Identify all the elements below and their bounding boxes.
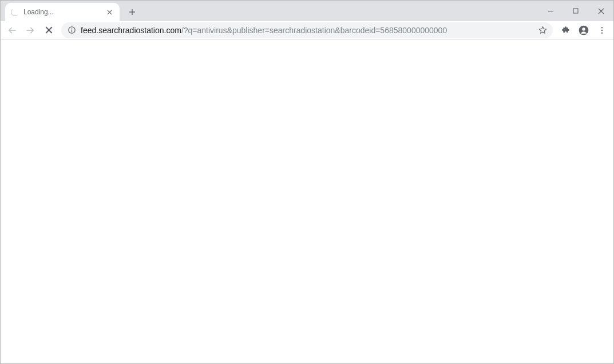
browser-tab[interactable]: Loading... <box>5 3 120 21</box>
page-viewport <box>1 39 613 363</box>
svg-point-12 <box>71 28 72 29</box>
arrow-left-icon <box>7 25 17 35</box>
extensions-button[interactable] <box>557 22 573 38</box>
tab-title: Loading... <box>23 8 100 16</box>
maximize-window-button[interactable] <box>563 1 588 21</box>
new-tab-button[interactable] <box>124 4 140 20</box>
tab-strip: Loading... <box>1 1 613 21</box>
minimize-icon <box>548 8 554 14</box>
avatar-icon <box>578 25 589 36</box>
forward-button[interactable] <box>22 22 38 38</box>
svg-point-15 <box>601 27 603 28</box>
window-controls <box>538 1 613 21</box>
svg-point-16 <box>601 29 603 30</box>
menu-button[interactable] <box>594 22 610 38</box>
address-bar[interactable]: feed.searchradiostation.com/?q=antivirus… <box>61 22 553 38</box>
bookmark-button[interactable] <box>537 25 548 36</box>
svg-point-17 <box>601 32 603 33</box>
stop-icon <box>45 26 53 34</box>
close-icon <box>598 8 604 14</box>
close-tab-button[interactable] <box>105 7 114 17</box>
close-window-button[interactable] <box>588 1 613 21</box>
kebab-icon <box>597 26 607 35</box>
url-path: /?q=antivirus&publisher=searchradiostati… <box>181 26 447 35</box>
close-icon <box>107 10 112 15</box>
minimize-window-button[interactable] <box>538 1 563 21</box>
maximize-icon <box>573 8 579 14</box>
puzzle-icon <box>561 25 571 35</box>
profile-button[interactable] <box>576 22 592 38</box>
info-icon <box>68 26 76 34</box>
stop-reload-button[interactable] <box>41 22 57 38</box>
site-info-button[interactable] <box>67 26 76 35</box>
url-host: feed.searchradiostation.com <box>81 26 181 35</box>
loading-spinner-icon <box>11 8 19 16</box>
arrow-right-icon <box>25 25 35 35</box>
back-button[interactable] <box>4 22 20 38</box>
plus-icon <box>129 9 136 15</box>
browser-toolbar: feed.searchradiostation.com/?q=antivirus… <box>1 21 613 39</box>
svg-point-14 <box>582 27 585 30</box>
svg-rect-5 <box>573 9 578 13</box>
url-text[interactable]: feed.searchradiostation.com/?q=antivirus… <box>81 26 532 35</box>
star-icon <box>538 25 548 35</box>
